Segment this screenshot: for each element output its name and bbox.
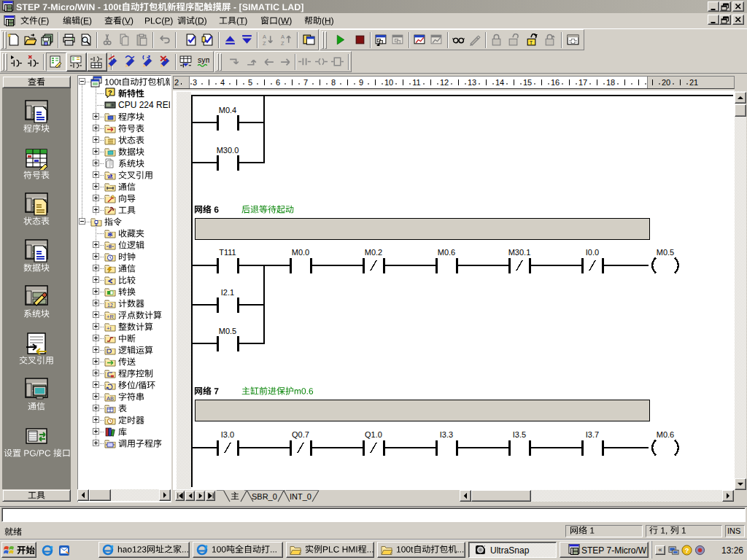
svg-text:?: ? (685, 547, 689, 554)
svg-text:AB: AB (107, 395, 114, 402)
svg-text:11: 11 (412, 78, 420, 87)
svg-text:3: 3 (193, 78, 197, 87)
svg-text:5: 5 (248, 78, 252, 87)
svg-text:8: 8 (331, 78, 336, 87)
svg-text:T: T (530, 39, 533, 46)
svg-text:Q0.7: Q0.7 (292, 430, 309, 439)
svg-text:6: 6 (276, 78, 280, 87)
svg-text:M0.6: M0.6 (657, 430, 674, 439)
svg-text:sym: sym (198, 55, 209, 64)
svg-text:I3.3: I3.3 (440, 430, 453, 439)
svg-text:INT_0: INT_0 (290, 492, 311, 501)
svg-text:16: 16 (551, 78, 560, 87)
svg-text:15: 15 (523, 78, 532, 87)
svg-text:I3.5: I3.5 (513, 430, 526, 439)
svg-text:M0.5: M0.5 (219, 327, 236, 335)
svg-text:10: 10 (384, 78, 393, 87)
svg-text:M30.1: M30.1 (508, 248, 531, 257)
svg-text:M0.5: M0.5 (657, 248, 674, 257)
svg-text:M0.2: M0.2 (365, 248, 382, 257)
svg-text:M0.6: M0.6 (438, 248, 455, 257)
svg-text:Q1.0: Q1.0 (365, 430, 382, 439)
svg-text:+I: +I (107, 325, 111, 332)
svg-text:12: 12 (107, 303, 113, 308)
svg-text:I0.0: I0.0 (586, 248, 599, 257)
svg-text:I3.0: I3.0 (221, 430, 234, 439)
svg-text:I2.1: I2.1 (221, 288, 234, 297)
svg-text:M30.0: M30.0 (217, 146, 239, 155)
svg-text:18: 18 (606, 78, 615, 87)
svg-text:2: 2 (174, 78, 179, 87)
svg-text:7: 7 (303, 78, 308, 87)
svg-text:M0.0: M0.0 (292, 248, 309, 257)
svg-text:Z: Z (263, 40, 266, 46)
svg-text:17: 17 (578, 78, 587, 87)
svg-text:SBR_0: SBR_0 (252, 492, 277, 501)
svg-text:M0.4: M0.4 (219, 106, 236, 114)
svg-text:4: 4 (220, 78, 225, 87)
svg-text:12: 12 (440, 78, 449, 87)
svg-text:I3.7: I3.7 (586, 430, 599, 439)
svg-text:14: 14 (495, 78, 504, 87)
svg-text:+R: +R (107, 314, 114, 320)
svg-text:?: ? (108, 88, 112, 96)
svg-text:13: 13 (468, 78, 476, 87)
svg-text:21: 21 (689, 78, 698, 87)
svg-text:T111: T111 (219, 248, 236, 257)
svg-text:Z: Z (281, 40, 285, 46)
svg-text:9: 9 (359, 78, 363, 87)
svg-text:20: 20 (662, 78, 670, 87)
